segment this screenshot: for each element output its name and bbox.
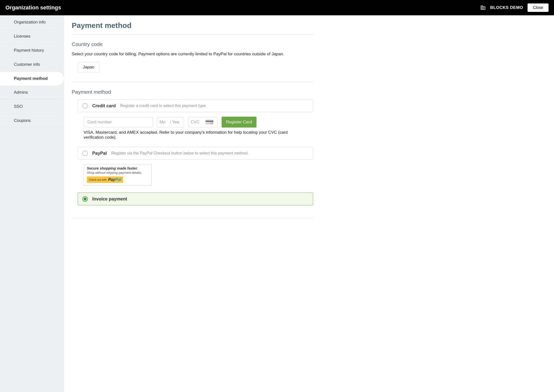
paypal-checkout-button[interactable]: Check out with PayPal [87,176,123,183]
country-description: Select your country code for billing. Pa… [72,52,313,57]
sidebar-item-label: Organization info [14,20,46,24]
divider [72,34,313,34]
credit-card-option[interactable]: Credit card Register a credit card to se… [78,99,313,112]
cvc-input[interactable] [191,120,203,125]
svg-rect-9 [206,120,213,125]
sidebar-item-label: Coupons [14,118,31,123]
paypal-option[interactable]: PayPal Register via the PayPal Checkout … [78,147,313,160]
sidebar-item-sso[interactable]: SSO [0,100,64,114]
sidebar-item-label: Payment history [14,48,44,53]
credit-card-block: Credit card Register a credit card to se… [72,99,313,140]
paypal-option-label: PayPal [92,151,107,156]
header-right: BLOCKS DEMO Close [480,3,549,12]
payment-method-section: Payment method Credit card Register a cr… [72,89,313,218]
country-selector[interactable]: Japan [78,62,99,72]
credit-card-option-hint: Register a credit card to select this pa… [120,104,207,108]
header-title: Organization settings [5,4,61,11]
register-card-button[interactable]: Register Card [222,117,256,128]
credit-card-icon [206,120,213,125]
card-number-input[interactable] [84,117,153,127]
app-header: Organization settings BLOCKS DEMO Close [0,0,554,15]
svg-rect-0 [481,6,483,10]
payment-method-heading: Payment method [72,89,313,95]
invoice-block: Invoice payment [72,193,313,205]
sidebar-item-payment-history[interactable]: Payment history [0,44,64,58]
credit-card-form-row: / Register Card [84,117,313,128]
sidebar-item-label: SSO [14,104,23,109]
sidebar-item-label: Admins [14,90,28,95]
building-icon [480,5,486,10]
svg-rect-11 [210,123,213,124]
divider [72,82,313,82]
radio-icon [82,103,88,109]
credit-card-option-label: Credit card [92,103,116,109]
main-content: Payment method Country code Select your … [64,15,321,392]
country-heading: Country code [72,41,313,47]
country-selected-value: Japan [83,65,94,69]
expiry-year-input[interactable] [172,120,181,125]
paypal-popup-title: Secure shopping made faster. [87,166,148,170]
sidebar-item-label: Payment method [14,76,48,81]
paypal-logo-icon: PayPal [108,177,121,182]
radio-icon-selected [82,196,88,202]
expiry-input-group: / [157,117,184,127]
sidebar-item-admins[interactable]: Admins [0,86,64,100]
org-name: BLOCKS DEMO [490,5,523,10]
paypal-option-hint: Register via the PayPal Checkout button … [111,151,249,155]
paypal-popup: Secure shopping made faster. Shop withou… [84,164,152,186]
sidebar-item-label: Licenses [14,34,30,39]
sidebar-item-payment-method[interactable]: Payment method [0,72,64,86]
country-section: Country code Select your country code fo… [72,41,313,72]
slash-separator: / [170,120,171,124]
invoice-option-label: Invoice payment [92,196,127,202]
sidebar-item-customer-info[interactable]: Customer info [0,58,64,72]
sidebar-item-label: Customer info [14,62,40,67]
svg-rect-10 [206,121,213,122]
sidebar-item-coupons[interactable]: Coupons [0,114,64,128]
expiry-month-input[interactable] [160,120,169,125]
sidebar-item-organization-info[interactable]: Organization info [0,15,64,29]
paypal-button-prefix: Check out with [89,178,107,181]
close-button[interactable]: Close [528,3,549,12]
credit-card-note: VISA, Mastercard, and AMEX accepted. Ref… [84,130,291,140]
invoice-option[interactable]: Invoice payment [78,193,313,205]
divider [72,218,313,218]
paypal-popup-subtitle: Shop without retyping payment details. [87,171,148,174]
sidebar: Organization info Licenses Payment histo… [0,15,64,392]
radio-icon [82,151,88,156]
sidebar-item-licenses[interactable]: Licenses [0,29,64,44]
page-title: Payment method [72,21,313,30]
cvc-input-group [188,117,218,127]
paypal-block: PayPal Register via the PayPal Checkout … [72,147,313,186]
svg-rect-1 [483,7,485,9]
